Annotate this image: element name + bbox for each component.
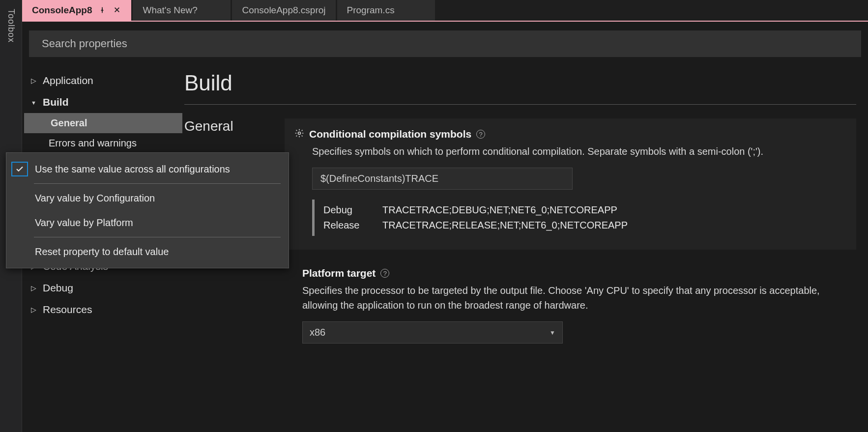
sidebar-item-resources[interactable]: Resources: [22, 299, 184, 320]
gear-icon[interactable]: [294, 128, 304, 140]
section-heading: General: [184, 118, 273, 134]
tab-strip: ConsoleApp8 What's New? ConsoleApp8.cspr…: [22, 0, 868, 22]
sidebar-sub-errors[interactable]: Errors and warnings: [22, 133, 184, 153]
check-placeholder: [11, 191, 28, 205]
conditional-symbols-input[interactable]: [312, 168, 573, 190]
cm-item-vary-config[interactable]: Vary value by Configuration: [6, 186, 289, 210]
config-value: TRACETRACE;RELEASE;NET;NET6_0;NETCOREAPP: [382, 218, 628, 233]
setting-description: Specifies symbols on which to perform co…: [312, 144, 839, 159]
sidebar-item-label: Build: [43, 96, 69, 108]
chevron-right-icon: [31, 77, 38, 85]
conditional-symbols-block: Conditional compilation symbols ? Specif…: [285, 118, 856, 250]
check-placeholder: [11, 244, 28, 259]
tab-label: What's New?: [143, 5, 197, 16]
sidebar-item-application[interactable]: Application: [22, 70, 184, 91]
menu-separator: [34, 237, 281, 237]
cm-item-label: Vary value by Platform: [35, 217, 133, 229]
sidebar-item-build[interactable]: Build: [22, 91, 184, 113]
cm-item-label: Use the same value across all configurat…: [35, 164, 230, 175]
chevron-down-icon: ▼: [550, 329, 555, 336]
tab-consoleapp8[interactable]: ConsoleApp8: [22, 0, 132, 21]
cm-item-vary-platform[interactable]: Vary value by Platform: [6, 210, 289, 235]
check-placeholder: [11, 215, 28, 230]
page-title: Build: [184, 66, 856, 104]
tab-label: ConsoleApp8: [32, 5, 92, 16]
config-value-table: Debug TRACETRACE;DEBUG;NET;NET6_0;NETCOR…: [312, 200, 839, 236]
config-name: Release: [323, 218, 363, 233]
config-name: Debug: [323, 202, 363, 218]
setting-description: Specifies the processor to be targeted b…: [302, 283, 856, 313]
cm-item-reset[interactable]: Reset property to default value: [6, 239, 289, 264]
sidebar-item-label: Resources: [43, 304, 92, 316]
tab-label: Program.cs: [347, 5, 395, 16]
tab-program-cs[interactable]: Program.cs: [337, 0, 435, 21]
svg-point-0: [298, 132, 301, 135]
toolbox-label: Toolbox: [6, 9, 16, 43]
setting-title: Platform target: [302, 267, 376, 279]
sidebar-sub-label: Errors and warnings: [49, 138, 137, 148]
cm-item-label: Vary value by Configuration: [35, 193, 155, 204]
cm-item-label: Reset property to default value: [35, 246, 169, 258]
chevron-right-icon: [31, 306, 38, 314]
sidebar-sub-label: General: [51, 117, 87, 128]
dropdown-value: x86: [310, 327, 325, 338]
tab-whats-new[interactable]: What's New?: [133, 0, 231, 21]
cm-item-same-value[interactable]: Use the same value across all configurat…: [6, 157, 289, 181]
close-icon[interactable]: [113, 5, 121, 16]
tab-label: ConsoleApp8.csproj: [242, 5, 325, 16]
check-icon: [11, 162, 28, 176]
divider: [184, 104, 856, 105]
config-row: Release TRACETRACE;RELEASE;NET;NET6_0;NE…: [323, 218, 839, 233]
setting-title: Conditional compilation symbols: [309, 128, 471, 140]
chevron-right-icon: [31, 284, 38, 292]
search-bar[interactable]: [29, 30, 861, 57]
sidebar-item-label: Debug: [43, 282, 73, 294]
tab-csproj[interactable]: ConsoleApp8.csproj: [232, 0, 336, 21]
platform-target-dropdown[interactable]: x86 ▼: [302, 321, 563, 344]
context-menu[interactable]: Use the same value across all configurat…: [6, 152, 289, 268]
config-row: Debug TRACETRACE;DEBUG;NET;NET6_0;NETCOR…: [323, 202, 839, 218]
sidebar-sub-general[interactable]: General: [24, 113, 182, 133]
config-value: TRACETRACE;DEBUG;NET;NET6_0;NETCOREAPP: [382, 202, 617, 218]
sidebar-item-label: Application: [43, 75, 93, 86]
sidebar-item-debug[interactable]: Debug: [22, 277, 184, 299]
help-icon[interactable]: ?: [476, 130, 485, 139]
help-icon[interactable]: ?: [380, 269, 389, 278]
chevron-down-icon: [31, 99, 38, 106]
search-input[interactable]: [42, 37, 848, 50]
menu-separator: [34, 183, 281, 184]
pin-icon[interactable]: [98, 5, 107, 16]
